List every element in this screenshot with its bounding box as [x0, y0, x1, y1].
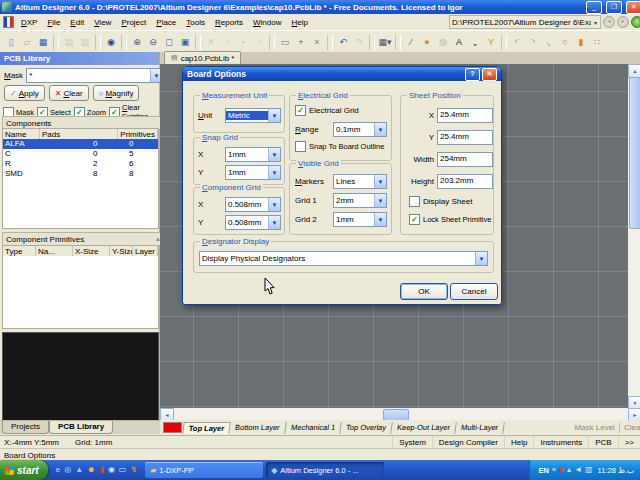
menu-item[interactable]: View	[89, 18, 116, 27]
menu-item[interactable]: Edit	[65, 18, 89, 27]
close-button[interactable]: ✕	[626, 1, 640, 14]
chevron-down-icon[interactable]: ▼	[475, 252, 487, 265]
messenger-icon[interactable]: ▲	[75, 466, 83, 474]
place-via-icon[interactable]: ◎	[435, 34, 451, 50]
layer-tab[interactable]: Multi-Layer	[455, 422, 505, 434]
place-full-circle-icon[interactable]: ○	[557, 34, 573, 50]
download-app-icon[interactable]: ▮	[99, 466, 103, 474]
chevron-down-icon[interactable]: ▾	[591, 19, 600, 26]
chevron-down-icon[interactable]: ▼	[268, 148, 280, 161]
winamp-icon[interactable]: ↯	[130, 466, 137, 474]
layer-tab[interactable]: Top Layer	[182, 422, 231, 434]
new-document-icon[interactable]: ▯	[3, 34, 19, 50]
ok-button[interactable]: OK	[400, 283, 448, 300]
address-combo[interactable]: D:\PROTEL2007\Altium Designer 6\Exa ▾	[449, 15, 601, 29]
zoom-in-icon[interactable]: ⊕	[129, 34, 145, 50]
panel-header[interactable]: PCB Library ▼	[0, 52, 167, 65]
print-preview-icon[interactable]: ▥	[77, 34, 93, 50]
messenger-tray-icon[interactable]: ▴	[567, 466, 571, 474]
browse-library-icon[interactable]: ◉	[103, 34, 119, 50]
print-icon[interactable]: ▤	[61, 34, 77, 50]
open-document-icon[interactable]: ▱	[19, 34, 35, 50]
unit-combo[interactable]: Metric▼	[225, 108, 281, 123]
layer-tab[interactable]: Bottom Layer	[229, 422, 286, 434]
active-layer-color-swatch[interactable]	[163, 422, 182, 433]
mask-combo[interactable]: * ▼	[26, 68, 163, 83]
vertical-scroll-thumb[interactable]	[629, 77, 640, 229]
grid2-combo[interactable]: 1mm▼	[333, 212, 387, 227]
taskbar-window-button[interactable]: ◆Altium Designer 6.0 - ...	[266, 462, 384, 478]
cancel-button[interactable]: Cancel	[450, 283, 498, 300]
clock[interactable]: 11:28 ب.ظ	[596, 466, 634, 475]
snap-to-board-outline-checkbox[interactable]: Snap To Board Outline	[295, 141, 384, 152]
up-button[interactable]: ↑	[631, 16, 640, 28]
menu-item[interactable]: Help	[286, 18, 312, 27]
C[interactable]: C05	[3, 149, 158, 159]
clipboard-break-icon[interactable]: ×	[309, 34, 325, 50]
layer-tab[interactable]: Keep-Out Layer	[391, 422, 457, 434]
component-x-combo[interactable]: 0.508mm▼	[225, 197, 281, 212]
R[interactable]: R26	[3, 159, 158, 169]
chevron-down-icon[interactable]: ▼	[268, 166, 280, 179]
place-arc-edge-icon[interactable]: ◜	[509, 34, 525, 50]
chevron-down-icon[interactable]: ▼	[374, 175, 386, 188]
lock-sheet-primitive-checkbox[interactable]: Lock Sheet Primitive	[409, 214, 491, 225]
magnify-button[interactable]: ○Magnify	[93, 85, 140, 101]
sheet-width-input[interactable]: 254mm	[437, 152, 493, 167]
redo-icon[interactable]: ↷	[351, 34, 367, 50]
help-icon[interactable]: ?	[465, 68, 480, 81]
undo-icon[interactable]: ↶	[335, 34, 351, 50]
place-component-icon[interactable]: ∷	[589, 34, 605, 50]
save-icon[interactable]: ▦	[35, 34, 51, 50]
clear-mask-button[interactable]: Clear	[624, 423, 640, 432]
place-string-icon[interactable]: A	[451, 34, 467, 50]
scroll-up-icon[interactable]: ▲	[628, 64, 640, 78]
zoom-document-icon[interactable]: ▣	[177, 34, 193, 50]
chevron-down-icon[interactable]: ▼	[268, 109, 280, 122]
snap-x-combo[interactable]: 1mm▼	[225, 147, 281, 162]
internet-explorer-icon[interactable]: e	[56, 466, 60, 474]
menu-item[interactable]: DXP	[16, 18, 42, 27]
duplicate-icon[interactable]: ▫	[251, 34, 267, 50]
place-line-icon[interactable]: ∕	[403, 34, 419, 50]
snap-y-combo[interactable]: 1mm▼	[225, 165, 281, 180]
minimize-button[interactable]: _	[586, 1, 602, 14]
move-icon[interactable]: +	[293, 34, 309, 50]
menu-item[interactable]: Tools	[181, 18, 210, 27]
copy-icon[interactable]: ▫	[219, 34, 235, 50]
panel-tab[interactable]: PCB Library	[49, 421, 113, 434]
markers-combo[interactable]: Lines▼	[333, 174, 387, 189]
language-indicator[interactable]: EN	[538, 466, 548, 475]
panel-tab[interactable]: Projects	[2, 421, 49, 434]
layer-tab[interactable]: Top Overlay	[340, 422, 393, 434]
paste-icon[interactable]: ▪	[235, 34, 251, 50]
zoom-out-icon[interactable]: ⊖	[145, 34, 161, 50]
checkbox-icon[interactable]	[409, 196, 420, 207]
sheet-height-input[interactable]: 203.2mm	[437, 174, 493, 189]
chevron-down-icon[interactable]: ▼	[374, 194, 386, 207]
sheet-y-input[interactable]: 25.4mm	[437, 130, 493, 145]
chevron-down-icon[interactable]: ▼	[268, 198, 280, 211]
start-button[interactable]: start	[0, 460, 48, 480]
place-special-string-icon[interactable]: „	[467, 34, 483, 50]
range-combo[interactable]: 0.1mm▼	[333, 122, 387, 137]
taskbar-window-button[interactable]: ▰1-DXP-PP	[145, 462, 263, 478]
checkbox-icon[interactable]	[295, 141, 306, 152]
forward-button[interactable]: ▸	[617, 16, 629, 28]
sheet-x-input[interactable]: 25.4mm	[437, 108, 493, 123]
close-icon[interactable]: ✕	[482, 68, 497, 81]
apply-button[interactable]: ✓Apply	[4, 85, 45, 101]
component-y-combo[interactable]: 0.508mm▼	[225, 215, 281, 230]
checkbox-icon[interactable]	[295, 105, 306, 116]
media-player-icon[interactable]: ◎	[64, 466, 71, 474]
place-dimension-icon[interactable]: Y	[483, 34, 499, 50]
mask-level-button[interactable]: Mask Level	[574, 423, 614, 432]
back-button[interactable]: ◂	[603, 16, 615, 28]
layer-tab[interactable]: Mechanical 1	[285, 422, 342, 434]
clear-button[interactable]: ✕Clear	[49, 85, 89, 101]
hide-tray-chevron-icon[interactable]: «	[552, 466, 556, 474]
menu-item[interactable]: File	[42, 18, 65, 27]
place-arc-center-icon[interactable]: ◝	[525, 34, 541, 50]
chevron-down-icon[interactable]: ▼	[268, 216, 280, 229]
place-arc-angle-icon[interactable]: ◟	[541, 34, 557, 50]
